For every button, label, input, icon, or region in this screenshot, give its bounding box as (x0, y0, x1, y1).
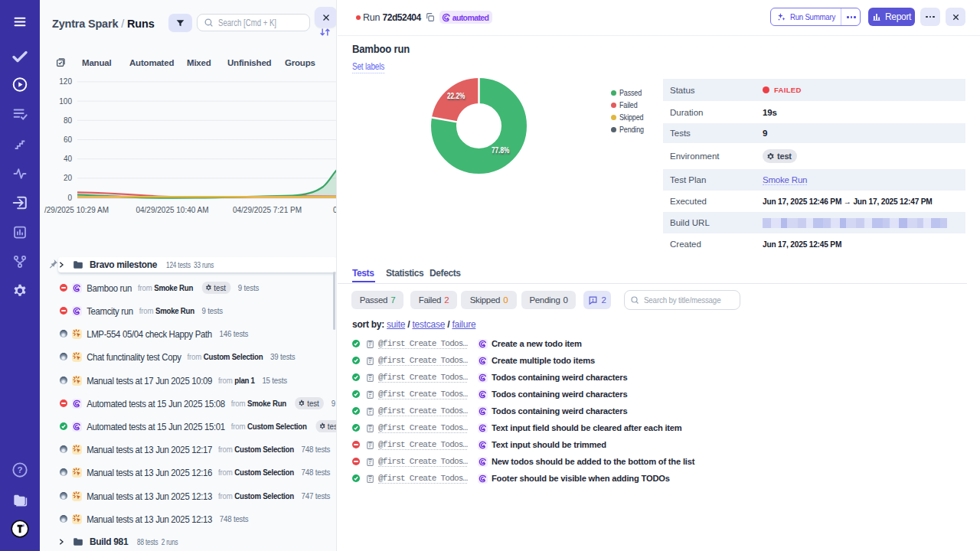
svg-text:04/29: 04/29 (333, 206, 337, 214)
svg-text:120: 120 (59, 77, 72, 86)
svg-text:20: 20 (64, 174, 73, 182)
svg-text:40: 40 (64, 155, 73, 163)
svg-text:04/29/2025 10:40 AM: 04/29/2025 10:40 AM (136, 206, 208, 214)
svg-text:/29/2025 10:29 AM: /29/2025 10:29 AM (44, 206, 109, 214)
svg-text:?: ? (18, 465, 23, 474)
svg-text:04/29/2025 7:21 PM: 04/29/2025 7:21 PM (233, 206, 302, 214)
svg-text:80: 80 (64, 116, 73, 125)
svg-text:100: 100 (59, 97, 72, 106)
svg-text:0: 0 (67, 194, 72, 202)
svg-text:60: 60 (64, 135, 73, 144)
